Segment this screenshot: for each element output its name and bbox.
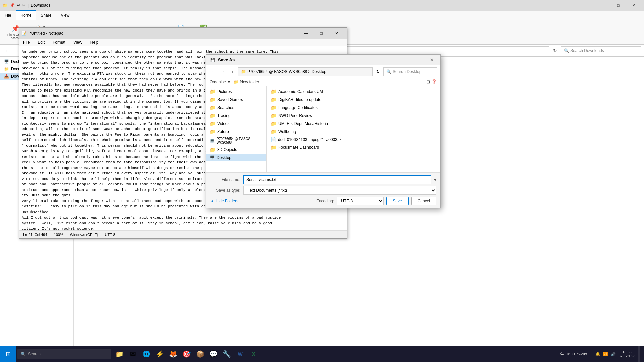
app8-icon: 🔧 <box>223 350 231 358</box>
taskbar-firefox-icon[interactable]: 🦊 <box>166 346 180 362</box>
notepad-icon: 📝 <box>22 31 27 36</box>
taskbar-search[interactable]: 🔍 Search <box>17 349 111 359</box>
notepad-menu-help[interactable]: Help <box>86 39 103 46</box>
dialog-sidebar-saved-games[interactable]: 📁 Saved Games <box>206 96 266 104</box>
taskbar-explorer-icon[interactable]: 📁 <box>113 346 126 362</box>
dialog-sidebar-zotero[interactable]: 📁 Zotero <box>206 128 266 136</box>
save-button[interactable]: Save <box>386 197 408 205</box>
taskbar-excel-icon[interactable]: X <box>247 346 260 362</box>
notepad-minimize-button[interactable]: — <box>298 28 314 39</box>
file-item-digikar[interactable]: 📁 DigiKAR_files-to-update <box>268 96 439 104</box>
folder-icon: 📁 <box>271 129 276 134</box>
file-item-ddd[interactable]: 📄 ddd_010634133_mpeg21_a0003.txt <box>268 136 439 143</box>
tab-home[interactable]: Home <box>16 10 36 20</box>
filename-row: File name: ▾ <box>210 175 436 184</box>
close-button[interactable]: ✕ <box>626 0 641 11</box>
dialog-sidebar-videos[interactable]: 📁 Videos <box>206 120 266 128</box>
file-item-focusmate[interactable]: 📁 Focusmate Dashboard <box>268 143 439 152</box>
file-item-wellbeing[interactable]: 📁 Wellbeing <box>268 128 439 136</box>
taskbar-word-icon[interactable]: W <box>233 346 247 362</box>
new-folder-dialog-button[interactable]: 📁 New folder <box>234 80 259 84</box>
tab-share[interactable]: Share <box>36 11 56 20</box>
taskbar-teams-icon[interactable]: 💬 <box>207 346 220 362</box>
taskbar-clock[interactable]: 13:53 3-11-2023 <box>619 350 635 358</box>
organise-button[interactable]: Organise ▼ <box>210 80 231 84</box>
documents-icon: 📁 <box>4 67 9 71</box>
dialog-path[interactable]: 📁 P70076654 @ FASOS-WKS0588 > Desktop <box>238 67 373 76</box>
show-desktop-button[interactable] <box>638 346 640 362</box>
notepad-controls: — □ ✕ <box>298 28 344 39</box>
dialog-back-button[interactable]: ← <box>210 68 218 76</box>
3d-objects-icon: 📁 <box>210 147 215 153</box>
file-item-language-certs[interactable]: 📁 Language Certificates <box>268 104 439 112</box>
temp-icon: 🌤 <box>560 352 564 356</box>
edge-icon: 🌐 <box>143 350 150 358</box>
notepad-maximize-button[interactable]: □ <box>314 28 329 39</box>
start-button[interactable]: ⊞ <box>0 346 16 362</box>
dialog-sidebar-tracing[interactable]: 📁 Tracing <box>206 112 266 120</box>
zotero-icon: 📁 <box>210 129 215 134</box>
notepad-menu-format[interactable]: Format <box>49 39 69 46</box>
taskbar-filezilla-icon[interactable]: ⚡ <box>153 346 166 362</box>
teams-icon: 💬 <box>209 350 218 358</box>
tab-file[interactable]: File <box>0 11 16 20</box>
taskbar-separator <box>591 350 591 358</box>
dialog-toolbar: Organise ▼ 📁 New folder ⊞ ❓ <box>206 78 440 86</box>
encoding-select[interactable]: UTF-8 <box>337 197 384 205</box>
dialog-refresh-button[interactable]: ↻ <box>374 68 382 76</box>
refresh-button[interactable]: ↻ <box>551 46 559 55</box>
taskbar-app6-icon[interactable]: 📦 <box>193 346 207 362</box>
folder-icon: 📁 <box>271 105 276 110</box>
taskbar-volume[interactable]: 🔊 <box>611 352 616 356</box>
dialog-sidebar-3d-objects[interactable]: 📁 3D Objects <box>206 146 266 154</box>
title-bar-redo: ↪ <box>22 3 25 8</box>
taskbar-network[interactable]: 📶 <box>603 352 608 356</box>
dialog-sidebar-computer[interactable]: 💻 P70076654 @ FASOS-WKS0588 <box>206 136 266 146</box>
search-box[interactable]: 🔍 Search Downloads <box>561 46 641 55</box>
view-mode-button[interactable]: ⊞ <box>426 79 430 84</box>
title-bar-separator: | <box>28 3 29 8</box>
notepad-close-button[interactable]: ✕ <box>329 28 344 39</box>
saveastype-select[interactable]: Text Documents (*.txt) <box>243 186 436 195</box>
searches-icon: 📁 <box>210 105 215 110</box>
taskbar-app8-icon[interactable]: 🔧 <box>220 346 233 362</box>
dialog-up-button[interactable]: ↑ <box>228 68 236 76</box>
taskbar-search-icon: 🔍 <box>21 352 26 356</box>
notepad-line-ending: Windows (CRLF) <box>70 233 98 237</box>
dialog-sidebar-searches[interactable]: 📁 Searches <box>206 104 266 112</box>
taskbar-app5-icon[interactable]: 🎯 <box>180 346 193 362</box>
pictures-icon: 📁 <box>210 89 215 94</box>
cancel-button[interactable]: Cancel <box>411 197 436 205</box>
dialog-search[interactable]: 🔍 Search Desktop <box>383 67 437 76</box>
search-icon: 🔍 <box>564 48 569 53</box>
dialog-view-controls: ⊞ ❓ <box>426 79 437 84</box>
files-column: 📁 Academic Calendars UM 📁 DigiKAR_files-… <box>268 87 439 152</box>
help-button[interactable]: ❓ <box>431 79 437 84</box>
taskbar-edge-icon[interactable]: 🌐 <box>140 346 153 362</box>
maximize-button[interactable]: □ <box>610 0 626 11</box>
dialog-forward-button[interactable]: → <box>219 68 227 76</box>
tab-view[interactable]: View <box>56 11 74 20</box>
hide-folders-link[interactable]: ▲ Hide Folders <box>210 199 238 203</box>
explorer-icon: 📁 <box>115 350 124 358</box>
file-item-academic[interactable]: 📁 Academic Calendars UM <box>268 87 439 96</box>
filename-dropdown-icon[interactable]: ▾ <box>434 177 436 182</box>
dialog-titlebar: 💾 Save As ✕ <box>206 55 440 65</box>
filename-input[interactable] <box>243 175 431 184</box>
dialog-close-button[interactable]: ✕ <box>427 55 436 65</box>
file-item-um-hist[interactable]: 📁 UM_HistDept_MosaHistoria <box>268 120 439 128</box>
dialog-sidebar: 📁 Pictures 📁 Saved Games 📁 Searches 📁 Tr… <box>206 86 267 172</box>
notepad-menu-edit[interactable]: Edit <box>34 39 49 46</box>
file-item-nwo[interactable]: 📁 NWO Peer Review <box>268 112 439 120</box>
dialog-action-row: ▲ Hide Folders Encoding: UTF-8 Save Canc… <box>210 197 436 205</box>
dialog-sidebar-desktop[interactable]: 🖥️ Desktop <box>206 154 266 161</box>
taskbar-notifications[interactable]: 🔔 <box>595 352 600 356</box>
tracing-icon: 📁 <box>210 113 215 118</box>
taskbar-mail-icon[interactable]: ✉ <box>126 346 140 362</box>
minimize-button[interactable]: — <box>595 0 610 11</box>
dialog-sidebar-pictures[interactable]: 📁 Pictures <box>206 87 266 96</box>
back-button[interactable]: ← <box>3 46 11 55</box>
saveastype-label: Save as type: <box>210 188 240 193</box>
notepad-menu-file[interactable]: File <box>19 39 34 46</box>
notepad-menu-view[interactable]: View <box>69 39 86 46</box>
